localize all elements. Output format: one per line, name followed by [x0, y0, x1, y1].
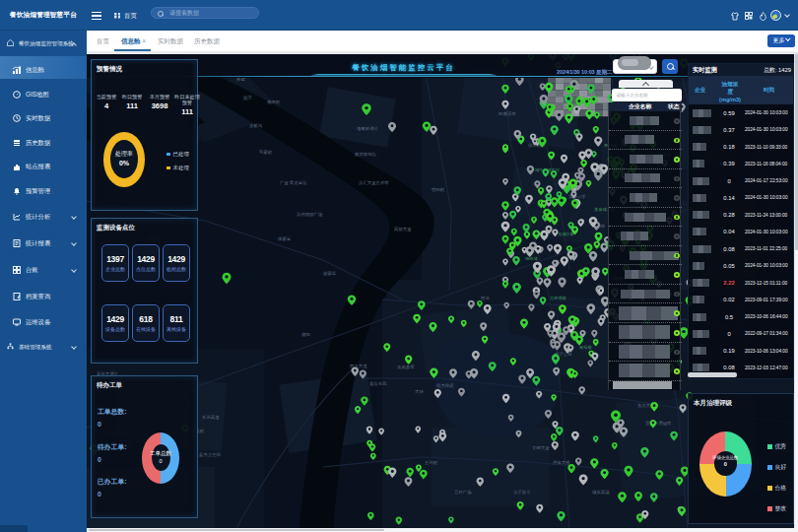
svg-text:保家堂: 保家堂 — [278, 236, 292, 241]
svg-text:新芳卫生院: 新芳卫生院 — [199, 452, 222, 457]
svg-text:长深高速: 长深高速 — [202, 415, 220, 420]
svg-text:东城快餐: 东城快餐 — [558, 232, 574, 236]
svg-text:氿滨饭店: 氿滨饭店 — [513, 490, 531, 495]
svg-text:大转: 大转 — [415, 389, 424, 394]
svg-text:恒大珑庭: 恒大珑庭 — [435, 383, 454, 388]
svg-text:毛家村: 毛家村 — [258, 149, 273, 156]
svg-text:美欣花苑: 美欣花苑 — [369, 381, 387, 386]
svg-text:文峰酒楼: 文峰酒楼 — [550, 296, 567, 300]
svg-text:聚福楼: 聚福楼 — [579, 345, 592, 350]
svg-text:海聚林酒店: 海聚林酒店 — [357, 126, 379, 131]
svg-text:阳羡茶馆: 阳羡茶馆 — [499, 111, 516, 116]
svg-text:烧烤城: 烧烤城 — [525, 256, 538, 261]
svg-text:吴风荟萃: 吴风荟萃 — [397, 365, 415, 369]
svg-text:水蛟沟: 水蛟沟 — [249, 123, 262, 128]
svg-text:供电大楼: 供电大楼 — [553, 460, 570, 465]
svg-text:西氿大道: 西氿大道 — [350, 364, 367, 368]
svg-text:西沧: 西沧 — [481, 296, 490, 300]
